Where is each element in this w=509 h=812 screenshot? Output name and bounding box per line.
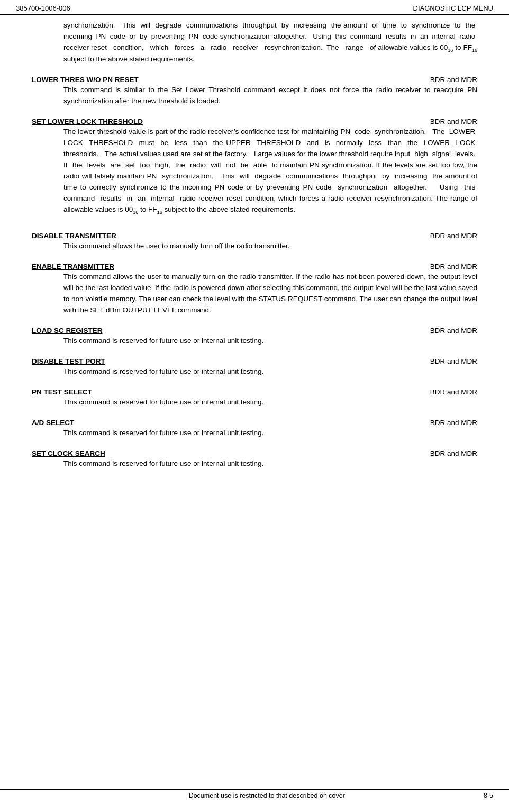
section-load-sc: LOAD SC REGISTER BDR and MDR This comman… — [32, 327, 477, 347]
header-doc-number: 385700-1006-006 — [16, 4, 70, 12]
section-pn-test-header: PN TEST SELECT BDR and MDR — [32, 388, 477, 396]
section-ad-select-title: A/D SELECT — [32, 419, 74, 427]
section-disable-test-header: DISABLE TEST PORT BDR and MDR — [32, 357, 477, 365]
section-pn-test: PN TEST SELECT BDR and MDR This command … — [32, 388, 477, 408]
section-set-clock-body: This command is reserved for future use … — [63, 458, 477, 470]
section-disable-test: DISABLE TEST PORT BDR and MDR This comma… — [32, 357, 477, 377]
section-set-lower-lock-title: SET LOWER LOCK THRESHOLD — [32, 118, 143, 125]
section-ad-select-type: BDR and MDR — [430, 419, 477, 427]
intro-section: synchronization. This will degrade commu… — [32, 20, 477, 65]
section-enable-tx-type: BDR and MDR — [430, 263, 477, 270]
intro-text: synchronization. This will degrade commu… — [63, 20, 477, 65]
page: 385700-1006-006 DIAGNOSTIC LCP MENU sync… — [0, 0, 509, 812]
section-load-sc-type: BDR and MDR — [430, 327, 477, 335]
section-disable-test-title: DISABLE TEST PORT — [32, 357, 105, 365]
section-lower-thres-type: BDR and MDR — [430, 76, 477, 84]
page-header: 385700-1006-006 DIAGNOSTIC LCP MENU — [0, 0, 509, 15]
section-disable-tx: DISABLE TRANSMITTER BDR and MDR This com… — [32, 232, 477, 252]
section-lower-thres-header: LOWER THRES W/O PN RESET BDR and MDR — [32, 76, 477, 84]
section-disable-tx-type: BDR and MDR — [430, 232, 477, 240]
section-enable-tx-title: ENABLE TRANSMITTER — [32, 263, 114, 270]
section-set-lower-lock: SET LOWER LOCK THRESHOLD BDR and MDR The… — [32, 118, 477, 216]
page-content: synchronization. This will degrade commu… — [0, 15, 509, 480]
section-disable-tx-title: DISABLE TRANSMITTER — [32, 232, 116, 240]
section-ad-select-body: This command is reserved for future use … — [63, 428, 477, 439]
section-set-clock-title: SET CLOCK SEARCH — [32, 449, 105, 457]
section-pn-test-type: BDR and MDR — [430, 388, 477, 396]
section-set-lower-lock-header: SET LOWER LOCK THRESHOLD BDR and MDR — [32, 118, 477, 125]
section-disable-tx-body: This command allows the user to manually… — [63, 241, 477, 252]
section-disable-tx-header: DISABLE TRANSMITTER BDR and MDR — [32, 232, 477, 240]
header-title: DIAGNOSTIC LCP MENU — [413, 4, 493, 12]
section-enable-tx: ENABLE TRANSMITTER BDR and MDR This comm… — [32, 263, 477, 316]
section-disable-test-body: This command is reserved for future use … — [63, 366, 477, 377]
section-load-sc-title: LOAD SC REGISTER — [32, 327, 103, 335]
footer-center-text: Document use is restricted to that descr… — [50, 792, 484, 799]
page-footer: placeholder Document use is restricted t… — [0, 789, 509, 801]
section-set-lower-lock-type: BDR and MDR — [430, 118, 477, 125]
section-ad-select: A/D SELECT BDR and MDR This command is r… — [32, 419, 477, 439]
section-lower-thres-body: This command is similar to the Set Lower… — [63, 85, 477, 107]
section-ad-select-header: A/D SELECT BDR and MDR — [32, 419, 477, 427]
section-pn-test-title: PN TEST SELECT — [32, 388, 92, 396]
section-lower-thres-title: LOWER THRES W/O PN RESET — [32, 76, 139, 84]
section-lower-thres: LOWER THRES W/O PN RESET BDR and MDR Thi… — [32, 76, 477, 107]
section-disable-test-type: BDR and MDR — [430, 357, 477, 365]
section-enable-tx-header: ENABLE TRANSMITTER BDR and MDR — [32, 263, 477, 270]
section-load-sc-header: LOAD SC REGISTER BDR and MDR — [32, 327, 477, 335]
section-set-clock-type: BDR and MDR — [430, 449, 477, 457]
section-set-clock: SET CLOCK SEARCH BDR and MDR This comman… — [32, 449, 477, 470]
section-enable-tx-body: This command allows the user to manually… — [63, 272, 477, 316]
section-set-clock-header: SET CLOCK SEARCH BDR and MDR — [32, 449, 477, 457]
section-pn-test-body: This command is reserved for future use … — [63, 397, 477, 408]
footer-page-number: 8-5 — [484, 792, 493, 799]
section-set-lower-lock-body: The lower threshold value is part of the… — [63, 127, 477, 216]
section-load-sc-body: This command is reserved for future use … — [63, 336, 477, 347]
